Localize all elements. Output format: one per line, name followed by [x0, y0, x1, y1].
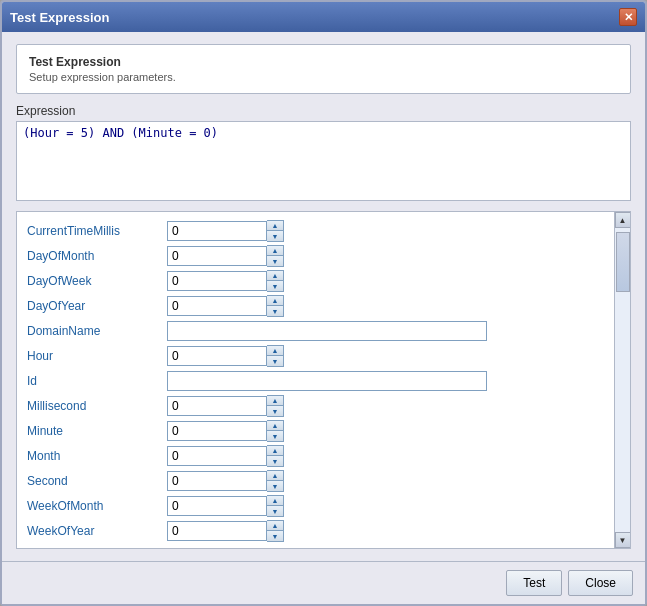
scrollbar-track-inner	[615, 228, 630, 532]
spinner-buttons: ▲▼	[267, 470, 284, 492]
param-label: CurrentTimeMillis	[27, 224, 167, 238]
dialog-title: Test Expression	[10, 10, 109, 25]
table-row: Month▲▼	[27, 445, 604, 467]
title-bar: Test Expression ✕	[2, 2, 645, 32]
dialog-content: Test Expression Setup expression paramet…	[2, 32, 645, 561]
dialog-footer: Test Close	[2, 561, 645, 604]
spinner-down-btn[interactable]: ▼	[267, 431, 283, 441]
scrollbar-up-btn[interactable]: ▲	[615, 212, 631, 228]
param-input-wrap: ▲▼	[167, 295, 604, 317]
param-label: DayOfMonth	[27, 249, 167, 263]
spinner-up-btn[interactable]: ▲	[267, 421, 283, 431]
param-spinner-input[interactable]	[167, 271, 267, 291]
param-label: DomainName	[27, 324, 167, 338]
param-spinner-input[interactable]	[167, 421, 267, 441]
param-input-wrap	[167, 371, 604, 391]
spinner-buttons: ▲▼	[267, 445, 284, 467]
spinner-down-btn[interactable]: ▼	[267, 231, 283, 241]
param-text-input[interactable]	[167, 321, 487, 341]
spinner-up-btn[interactable]: ▲	[267, 446, 283, 456]
param-label: WeekOfMonth	[27, 499, 167, 513]
spinner-down-btn[interactable]: ▼	[267, 481, 283, 491]
param-spinner-input[interactable]	[167, 446, 267, 466]
param-spinner-input[interactable]	[167, 346, 267, 366]
panel-title: Test Expression	[29, 55, 618, 69]
param-label: Hour	[27, 349, 167, 363]
table-row: DayOfMonth▲▼	[27, 245, 604, 267]
expression-label: Expression	[16, 104, 631, 118]
spinner-buttons: ▲▼	[267, 220, 284, 242]
param-input-wrap: ▲▼	[167, 520, 604, 542]
param-label: Second	[27, 474, 167, 488]
spinner-down-btn[interactable]: ▼	[267, 456, 283, 466]
table-row: WeekOfYear▲▼	[27, 520, 604, 542]
param-label: DayOfWeek	[27, 274, 167, 288]
expression-input[interactable]	[16, 121, 631, 201]
param-spinner-input[interactable]	[167, 296, 267, 316]
param-label: Month	[27, 449, 167, 463]
spinner-down-btn[interactable]: ▼	[267, 281, 283, 291]
scrollbar-track: ▲ ▼	[614, 212, 630, 548]
expression-section: Expression	[16, 104, 631, 201]
spinner-down-btn[interactable]: ▼	[267, 531, 283, 541]
spinner-buttons: ▲▼	[267, 395, 284, 417]
table-row: DayOfYear▲▼	[27, 295, 604, 317]
scrollbar-thumb[interactable]	[616, 232, 630, 292]
param-spinner-input[interactable]	[167, 521, 267, 541]
spinner-up-btn[interactable]: ▲	[267, 271, 283, 281]
spinner-buttons: ▲▼	[267, 270, 284, 292]
spinner-up-btn[interactable]: ▲	[267, 221, 283, 231]
spinner-up-btn[interactable]: ▲	[267, 521, 283, 531]
spinner-up-btn[interactable]: ▲	[267, 471, 283, 481]
spinner-down-btn[interactable]: ▼	[267, 506, 283, 516]
header-panel: Test Expression Setup expression paramet…	[16, 44, 631, 94]
spinner-up-btn[interactable]: ▲	[267, 246, 283, 256]
param-input-wrap: ▲▼	[167, 245, 604, 267]
param-input-wrap: ▲▼	[167, 270, 604, 292]
param-input-wrap: ▲▼	[167, 470, 604, 492]
param-spinner-input[interactable]	[167, 246, 267, 266]
spinner-buttons: ▲▼	[267, 420, 284, 442]
param-spinner-input[interactable]	[167, 221, 267, 241]
param-label: DayOfYear	[27, 299, 167, 313]
table-row: Id	[27, 370, 604, 392]
param-spinner-input[interactable]	[167, 471, 267, 491]
table-row: CurrentTimeMillis▲▼	[27, 220, 604, 242]
param-label: WeekOfYear	[27, 524, 167, 538]
table-row: Second▲▼	[27, 470, 604, 492]
scrollbar-down-btn[interactable]: ▼	[615, 532, 631, 548]
param-input-wrap: ▲▼	[167, 495, 604, 517]
param-label: Id	[27, 374, 167, 388]
test-button[interactable]: Test	[506, 570, 562, 596]
table-row: DayOfWeek▲▼	[27, 270, 604, 292]
spinner-down-btn[interactable]: ▼	[267, 356, 283, 366]
params-scroll-content[interactable]: CurrentTimeMillis▲▼DayOfMonth▲▼DayOfWeek…	[17, 212, 614, 548]
spinner-buttons: ▲▼	[267, 520, 284, 542]
spinner-up-btn[interactable]: ▲	[267, 346, 283, 356]
table-row: Millisecond▲▼	[27, 395, 604, 417]
param-text-input[interactable]	[167, 371, 487, 391]
test-expression-dialog: Test Expression ✕ Test Expression Setup …	[0, 0, 647, 606]
close-icon[interactable]: ✕	[619, 8, 637, 26]
spinner-buttons: ▲▼	[267, 245, 284, 267]
table-row: WeekOfMonth▲▼	[27, 495, 604, 517]
table-row: DomainName	[27, 320, 604, 342]
param-input-wrap: ▲▼	[167, 345, 604, 367]
params-area: CurrentTimeMillis▲▼DayOfMonth▲▼DayOfWeek…	[16, 211, 631, 549]
param-label: Minute	[27, 424, 167, 438]
spinner-up-btn[interactable]: ▲	[267, 496, 283, 506]
table-row: Minute▲▼	[27, 420, 604, 442]
param-spinner-input[interactable]	[167, 396, 267, 416]
spinner-down-btn[interactable]: ▼	[267, 306, 283, 316]
spinner-down-btn[interactable]: ▼	[267, 406, 283, 416]
param-label: Millisecond	[27, 399, 167, 413]
spinner-down-btn[interactable]: ▼	[267, 256, 283, 266]
param-input-wrap	[167, 321, 604, 341]
panel-subtitle: Setup expression parameters.	[29, 71, 618, 83]
spinner-up-btn[interactable]: ▲	[267, 396, 283, 406]
close-button[interactable]: Close	[568, 570, 633, 596]
param-spinner-input[interactable]	[167, 496, 267, 516]
param-input-wrap: ▲▼	[167, 445, 604, 467]
spinner-up-btn[interactable]: ▲	[267, 296, 283, 306]
param-input-wrap: ▲▼	[167, 395, 604, 417]
